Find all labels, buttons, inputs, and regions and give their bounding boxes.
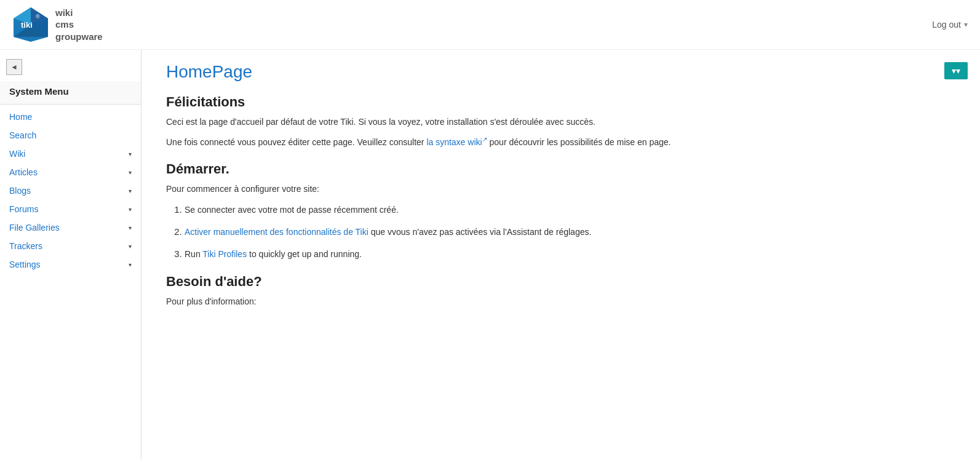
sidebar-menu-title: System Menu <box>0 81 141 105</box>
sidebar-item-forums-label: Forums <box>9 204 38 214</box>
sidebar-item-wiki-label: Wiki <box>9 149 25 159</box>
sidebar-item-settings[interactable]: Settings ▾ <box>0 255 141 274</box>
step3-text: Run Tiki Profiles to quickly get up and … <box>185 249 362 259</box>
forums-chevron-icon: ▾ <box>129 206 132 213</box>
sidebar-collapse-button[interactable]: ◄ <box>6 59 22 75</box>
tiki-profiles-link[interactable]: Tiki Profiles <box>202 249 247 259</box>
list-item: Activer manuellement des fonctionnalités… <box>185 225 955 239</box>
sidebar-item-blogs[interactable]: Blogs ▾ <box>0 181 141 200</box>
page-title: HomePage <box>166 62 955 82</box>
sidebar-item-home[interactable]: Home <box>0 108 141 126</box>
svg-text:tiki: tiki <box>21 20 33 30</box>
list-item: Run Tiki Profiles to quickly get up and … <box>185 247 955 261</box>
section3-heading: Besoin d'aide? <box>166 274 955 290</box>
sidebar-item-search[interactable]: Search <box>0 126 141 145</box>
para2-before: Une fois connecté vous pouvez éditer cet… <box>166 137 426 147</box>
para2-after: pour découvrir les possibilités de mise … <box>487 137 671 147</box>
logo-cms: cms <box>55 18 103 31</box>
list-item: Se connecter avec votre mot de passe réc… <box>185 202 955 217</box>
sidebar-item-home-label: Home <box>9 112 32 122</box>
logo-area: tiki ® wiki cms groupware <box>12 6 103 43</box>
steps-list: Se connecter avec votre mot de passe réc… <box>185 202 955 261</box>
sidebar-item-trackers[interactable]: Trackers ▾ <box>0 237 141 255</box>
step1-text: Se connecter avec votre mot de passe réc… <box>185 205 399 215</box>
step2-text: Activer manuellement des fonctionnalités… <box>185 227 591 237</box>
logout-button[interactable]: Log out ▾ <box>932 20 968 30</box>
sidebar-item-trackers-label: Trackers <box>9 241 42 251</box>
file-galleries-chevron-icon: ▾ <box>129 225 132 231</box>
sidebar-item-wiki[interactable]: Wiki ▾ <box>0 145 141 163</box>
section2-intro: Pour commencer à configurer votre site: <box>166 182 955 196</box>
header: tiki ® wiki cms groupware Log out ▾ <box>0 0 980 50</box>
sidebar-item-articles-label: Articles <box>9 167 38 177</box>
svg-text:®: ® <box>36 14 40 20</box>
wiki-syntax-link-text: la syntaxe wiki <box>426 137 482 147</box>
toc-button[interactable]: ▾▾ <box>944 62 968 79</box>
sidebar-item-file-galleries-label: File Galleries <box>9 223 60 232</box>
para2: Une fois connecté vous pouvez éditer cet… <box>166 135 955 149</box>
section2-heading: Démarrer. <box>166 161 955 177</box>
sidebar-item-search-label: Search <box>9 130 36 140</box>
logo-text: wiki cms groupware <box>55 7 103 43</box>
collapse-icon: ◄ <box>10 63 18 71</box>
sidebar-item-articles[interactable]: Articles ▾ <box>0 163 141 181</box>
logo-wiki: wiki <box>55 7 103 19</box>
articles-chevron-icon: ▾ <box>129 169 132 176</box>
section1-heading: Félicitations <box>166 94 955 110</box>
logout-label: Log out <box>932 20 961 30</box>
sidebar-item-forums[interactable]: Forums ▾ <box>0 200 141 218</box>
activate-features-link[interactable]: Activer manuellement des fonctionnalités… <box>185 227 368 237</box>
sidebar-item-file-galleries[interactable]: File Galleries ▾ <box>0 218 141 237</box>
sidebar: ◄ System Menu Home Search Wiki ▾ Article… <box>0 50 141 459</box>
toc-button-label: ▾▾ <box>952 66 960 76</box>
main-layout: ◄ System Menu Home Search Wiki ▾ Article… <box>0 50 980 459</box>
wiki-syntax-link[interactable]: la syntaxe wiki↗ <box>426 137 487 147</box>
wiki-chevron-icon: ▾ <box>129 151 132 157</box>
settings-chevron-icon: ▾ <box>129 261 132 268</box>
sidebar-item-settings-label: Settings <box>9 260 41 269</box>
logout-arrow-icon: ▾ <box>964 20 968 29</box>
trackers-chevron-icon: ▾ <box>129 243 132 250</box>
para1: Ceci est la page d'accueil par défaut de… <box>166 115 955 129</box>
tiki-logo-icon: tiki ® <box>12 6 49 43</box>
external-link-icon: ↗ <box>482 136 487 143</box>
section3-intro: Pour plus d'information: <box>166 295 955 308</box>
sidebar-item-blogs-label: Blogs <box>9 186 31 196</box>
main-content: ▾▾ HomePage Félicitations Ceci est la pa… <box>141 50 980 459</box>
blogs-chevron-icon: ▾ <box>129 188 132 194</box>
logo-groupware: groupware <box>55 31 103 43</box>
